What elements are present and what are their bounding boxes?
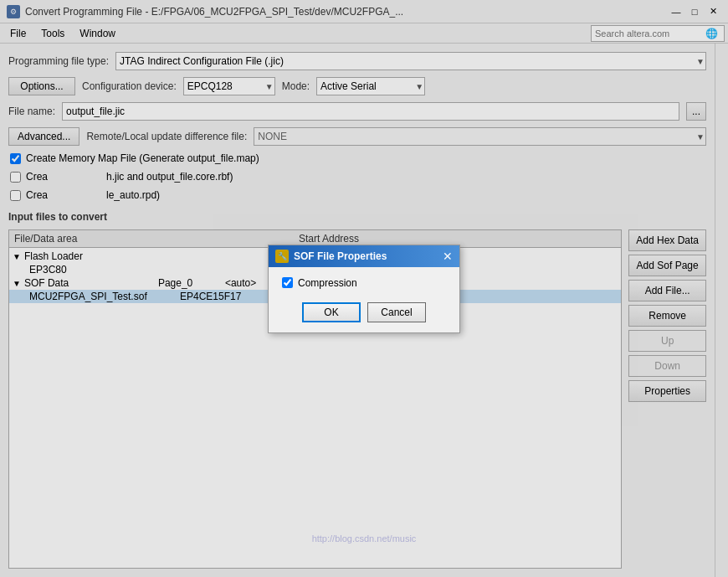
modal-dialog: 🔧 SOF File Properties ✕ Compression OK C…	[268, 245, 460, 333]
modal-overlay: 🔧 SOF File Properties ✕ Compression OK C…	[0, 0, 728, 577]
modal-close-button[interactable]: ✕	[443, 250, 453, 262]
compression-label: Compression	[298, 277, 357, 289]
modal-checkbox-row: Compression	[282, 277, 446, 289]
modal-app-icon: 🔧	[275, 250, 289, 263]
modal-title-bar: 🔧 SOF File Properties ✕	[269, 245, 459, 267]
modal-title-left: 🔧 SOF File Properties	[275, 250, 387, 263]
modal-cancel-button[interactable]: Cancel	[367, 302, 426, 322]
modal-title-text: SOF File Properties	[294, 250, 387, 262]
compression-checkbox[interactable]	[282, 277, 293, 288]
modal-body: Compression OK Cancel	[269, 267, 459, 332]
modal-buttons: OK Cancel	[282, 302, 446, 322]
modal-ok-button[interactable]: OK	[302, 302, 361, 322]
